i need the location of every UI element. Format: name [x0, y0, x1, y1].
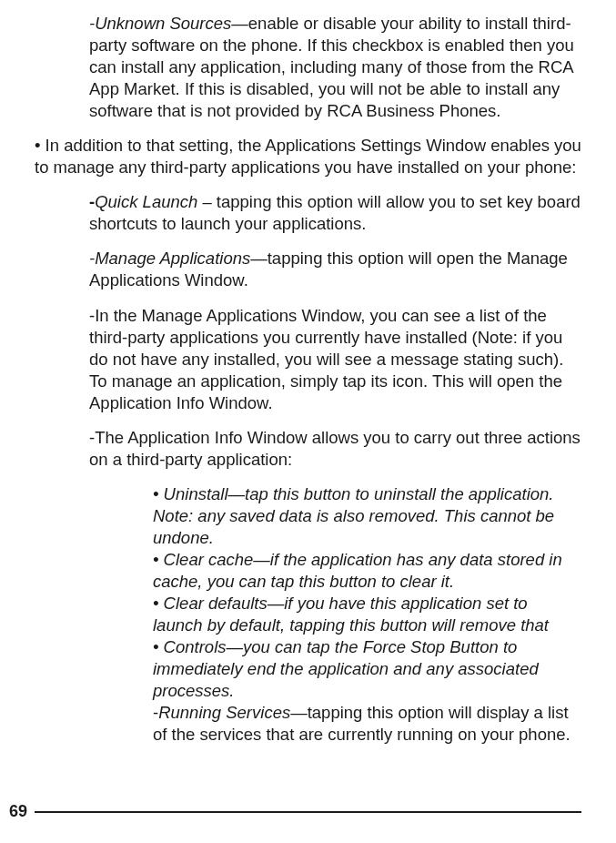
bullet-clear-cache: • Clear cache—if the application has any…: [153, 549, 581, 593]
paragraph-manage-window: -In the Manage Applications Window, you …: [89, 305, 581, 414]
paragraph-app-info-window: -The Application Info Window allows you …: [89, 427, 581, 471]
bullet-controls: • Controls—you can tap the Force Stop Bu…: [153, 636, 581, 702]
item-title: Unknown Sources: [95, 14, 231, 33]
page-number: 69: [9, 802, 27, 821]
bullet-uninstall: • Uninstall—tap this button to uninstall…: [153, 483, 581, 549]
item-title: Running Services: [158, 703, 290, 722]
footer-divider: [35, 811, 581, 813]
paragraph-manage-applications: -Manage Applications—tapping this option…: [89, 248, 581, 291]
bullet-running-services: -Running Services—tapping this option wi…: [153, 702, 581, 746]
item-title: Manage Applications: [95, 249, 250, 268]
page-footer: 69: [0, 802, 616, 821]
paragraph-unknown-sources: -Unknown Sources—enable or disable your …: [89, 13, 581, 122]
document-body: -Unknown Sources—enable or disable your …: [35, 13, 581, 746]
bullet-clear-defaults: • Clear defaults—if you have this applic…: [153, 593, 581, 636]
paragraph-additional-settings: • In addition to that setting, the Appli…: [35, 135, 581, 178]
item-title: Quick Launch: [95, 192, 197, 211]
paragraph-quick-launch: -Quick Launch – tapping this option will…: [89, 191, 581, 235]
